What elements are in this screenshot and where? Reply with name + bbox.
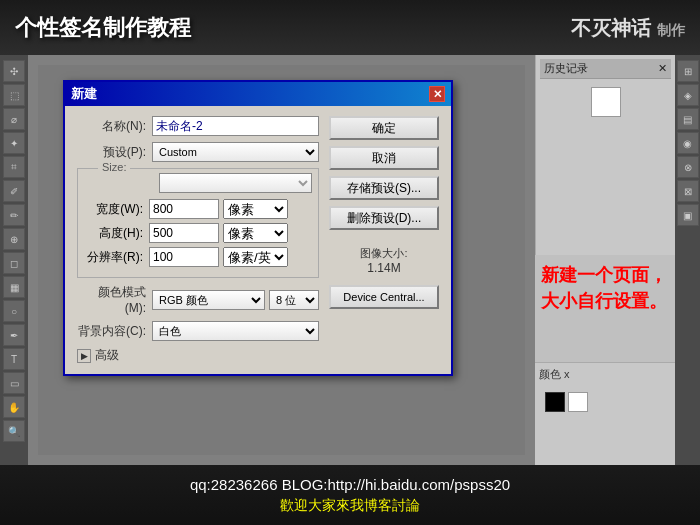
cancel-button[interactable]: 取消 (329, 146, 439, 170)
colors-panel: 颜色 x (535, 362, 675, 466)
tool-move[interactable]: ✣ (3, 60, 25, 82)
tool-hand[interactable]: ✋ (3, 396, 25, 418)
preset-select[interactable]: Custom (152, 142, 319, 162)
tool-pen[interactable]: ✒ (3, 324, 25, 346)
ps-right-toolbar: ⊞ ◈ ▤ ◉ ⊗ ⊠ ▣ (675, 55, 700, 465)
tool-crop[interactable]: ⌗ (3, 156, 25, 178)
background-label: 背景内容(C): (77, 323, 152, 340)
height-input[interactable] (149, 223, 219, 243)
resolution-row: 分辨率(R): 像素/英寸 (84, 247, 312, 267)
history-panel: 历史记录 ✕ (535, 55, 675, 255)
tool-select[interactable]: ⬚ (3, 84, 25, 106)
annotation-text: 新建一个页面，大小自行设置。 (541, 261, 669, 314)
height-row: 高度(H): 像素 (84, 223, 312, 243)
ok-button[interactable]: 确定 (329, 116, 439, 140)
image-size-label: 图像大小: (329, 246, 439, 261)
color-swatch-area (539, 386, 671, 418)
tool-shape[interactable]: ▭ (3, 372, 25, 394)
name-input[interactable] (152, 116, 319, 136)
right-tool-5[interactable]: ⊗ (677, 156, 699, 178)
canvas-area: 新建 ✕ 名称(N): 预设(P): (28, 55, 535, 465)
right-tool-1[interactable]: ⊞ (677, 60, 699, 82)
resolution-label: 分辨率(R): (84, 249, 149, 266)
color-mode-select[interactable]: RGB 颜色 (152, 290, 265, 310)
preset-label: 预设(P): (77, 144, 152, 161)
color-mode-row: 颜色模式(M): RGB 颜色 8 位 (77, 284, 319, 315)
tool-magic[interactable]: ✦ (3, 132, 25, 154)
advanced-row: ▶ 高级 (77, 347, 319, 364)
save-preset-button[interactable]: 存储预设(S)... (329, 176, 439, 200)
image-size-value: 1.14M (329, 261, 439, 275)
logo-main: 不灭神话 制作 (571, 16, 685, 40)
name-row: 名称(N): (77, 116, 319, 136)
right-tool-6[interactable]: ⊠ (677, 180, 699, 202)
footer-contact: qq:28236266 BLOG:http://hi.baidu.com/psp… (190, 476, 510, 493)
height-label: 高度(H): (84, 225, 149, 242)
size-group: Size: 宽度(W): (77, 168, 319, 278)
header-logo: 不灭神话 制作 (571, 16, 685, 40)
main-area: ✣ ⬚ ⌀ ✦ ⌗ ✐ ✏ ⊕ ◻ ▦ ○ ✒ T ▭ ✋ 🔍 新建 ✕ (0, 55, 700, 465)
device-central-button[interactable]: Device Central... (329, 285, 439, 309)
background-row: 背景内容(C): 白色 (77, 321, 319, 341)
advanced-toggle[interactable]: ▶ (77, 349, 91, 363)
resolution-unit-select[interactable]: 像素/英寸 (223, 247, 288, 267)
color-mode-label: 颜色模式(M): (77, 284, 152, 315)
height-unit-select[interactable]: 像素 (223, 223, 288, 243)
background-swatch[interactable] (568, 392, 588, 412)
dialog-close-button[interactable]: ✕ (429, 86, 445, 102)
width-row: 宽度(W): 像素 (84, 199, 312, 219)
color-swatches (545, 392, 588, 412)
width-input[interactable] (149, 199, 219, 219)
new-document-dialog: 新建 ✕ 名称(N): 预设(P): (63, 80, 453, 376)
dialog-body: 名称(N): 预设(P): Custom Size: (65, 106, 451, 374)
dialog-buttons: 确定 取消 存储预设(S)... 删除预设(D)... 图像大小: 1.14M … (329, 116, 439, 364)
resolution-input[interactable] (149, 247, 219, 267)
delete-preset-button[interactable]: 删除预设(D)... (329, 206, 439, 230)
dialog-overlay: 新建 ✕ 名称(N): 预设(P): (28, 55, 535, 465)
image-size-info: 图像大小: 1.14M (329, 246, 439, 275)
dialog-title: 新建 (71, 85, 97, 103)
tool-lasso[interactable]: ⌀ (3, 108, 25, 130)
dialog-titlebar: 新建 ✕ (65, 82, 451, 106)
footer: qq:28236266 BLOG:http://hi.baidu.com/psp… (0, 465, 700, 525)
history-title: 历史记录 (544, 61, 588, 76)
right-tool-4[interactable]: ◉ (677, 132, 699, 154)
bit-depth-select[interactable]: 8 位 (269, 290, 319, 310)
right-side-container: 历史记录 ✕ 新建一个页面，大小自行设置。 颜色 x (535, 55, 700, 465)
preset-row: 预设(P): Custom (77, 142, 319, 162)
right-tool-3[interactable]: ▤ (677, 108, 699, 130)
annotation-area: 新建一个页面，大小自行设置。 (535, 255, 675, 362)
size-label: Size: (98, 161, 130, 173)
ps-left-toolbar: ✣ ⬚ ⌀ ✦ ⌗ ✐ ✏ ⊕ ◻ ▦ ○ ✒ T ▭ ✋ 🔍 (0, 55, 28, 465)
size-select[interactable] (159, 173, 312, 193)
right-panels: 历史记录 ✕ 新建一个页面，大小自行设置。 颜色 x (535, 55, 675, 465)
history-snapshot[interactable] (591, 87, 621, 117)
tool-zoom[interactable]: 🔍 (3, 420, 25, 442)
size-select-row (84, 173, 312, 193)
colors-panel-title: 颜色 x (539, 367, 671, 382)
dialog-form: 名称(N): 预设(P): Custom Size: (77, 116, 319, 364)
tool-gradient[interactable]: ▦ (3, 276, 25, 298)
tool-text[interactable]: T (3, 348, 25, 370)
header-title: 个性签名制作教程 (15, 13, 191, 43)
width-unit-select[interactable]: 像素 (223, 199, 288, 219)
tool-eraser[interactable]: ◻ (3, 252, 25, 274)
history-panel-header: 历史记录 ✕ (540, 59, 671, 79)
tool-dodge[interactable]: ○ (3, 300, 25, 322)
name-label: 名称(N): (77, 118, 152, 135)
right-tool-2[interactable]: ◈ (677, 84, 699, 106)
history-content (540, 79, 671, 125)
background-select[interactable]: 白色 (152, 321, 319, 341)
tool-stamp[interactable]: ⊕ (3, 228, 25, 250)
footer-welcome: 歡迎大家來我博客討論 (280, 497, 420, 515)
advanced-label: 高级 (95, 347, 119, 364)
tool-eyedropper[interactable]: ✐ (3, 180, 25, 202)
header: 个性签名制作教程 不灭神话 制作 (0, 0, 700, 55)
foreground-swatch[interactable] (545, 392, 565, 412)
width-label: 宽度(W): (84, 201, 149, 218)
right-tool-7[interactable]: ▣ (677, 204, 699, 226)
tool-brush[interactable]: ✏ (3, 204, 25, 226)
